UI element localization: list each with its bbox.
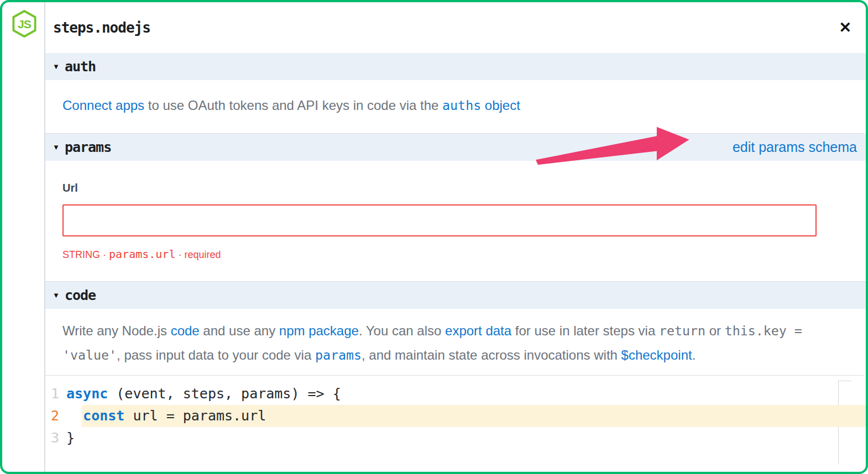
- code-content: async (event, steps, params) => {: [66, 383, 341, 405]
- section-header-auth[interactable]: ▼ auth: [45, 53, 866, 80]
- params-body: Url STRING · params.url · required: [45, 161, 866, 282]
- nodejs-hexagon-icon: JS: [12, 9, 37, 38]
- code-token: }: [66, 430, 75, 446]
- text-segment: Write any Node.js: [62, 323, 171, 338]
- sidebar: JS: [2, 2, 45, 472]
- text-segment: ·: [100, 249, 109, 260]
- inline-link[interactable]: Connect apps: [62, 98, 144, 113]
- inline-link[interactable]: params: [315, 347, 362, 362]
- inline-link[interactable]: auths: [442, 98, 481, 113]
- line-number: 1: [45, 383, 66, 405]
- keyword-token: async: [66, 386, 108, 402]
- code-content: }: [66, 427, 75, 449]
- step-title: steps.nodejs: [53, 19, 150, 36]
- code-editor[interactable]: 1async (event, steps, params) => {2 cons…: [45, 376, 866, 472]
- step-editor-panel: JS steps.nodejs ✕ ▼ auth Connect apps to…: [0, 0, 868, 474]
- text-segment: and use any: [200, 323, 279, 338]
- text-segment: , pass input data to your code via: [117, 347, 315, 362]
- text-segment: for use in later steps via: [511, 323, 659, 338]
- main-panel: steps.nodejs ✕ ▼ auth Connect apps to us…: [45, 2, 866, 472]
- line-number: 3: [45, 427, 66, 449]
- code-line[interactable]: 3}: [45, 427, 866, 449]
- text-segment: STRING: [62, 249, 100, 260]
- keyword-token: const: [83, 408, 124, 424]
- inline-link[interactable]: $checkpoint: [621, 347, 692, 362]
- collapse-triangle-icon[interactable]: ▼: [53, 63, 60, 70]
- nodejs-logo: JS: [12, 9, 37, 38]
- collapse-triangle-icon[interactable]: ▼: [53, 292, 60, 299]
- url-input[interactable]: [62, 204, 817, 236]
- inline-link[interactable]: object: [481, 98, 520, 113]
- text-segment: or: [705, 323, 725, 338]
- section-header-params[interactable]: ▼ params edit params schema: [45, 134, 866, 161]
- svg-text:JS: JS: [18, 18, 32, 30]
- code-description: Write any Node.js code and use any npm p…: [45, 309, 864, 376]
- text-segment: return: [659, 323, 705, 338]
- collapse-triangle-icon[interactable]: ▼: [53, 144, 60, 151]
- text-segment: params.url: [109, 247, 175, 261]
- text-segment: .: [692, 347, 696, 362]
- code-line[interactable]: 1async (event, steps, params) => {: [45, 383, 866, 405]
- line-number: 2: [45, 405, 66, 427]
- url-field-meta: STRING · params.url · required: [62, 247, 817, 261]
- inline-link[interactable]: npm package: [279, 323, 359, 338]
- section-header-code[interactable]: ▼ code: [45, 282, 866, 309]
- text-segment: required: [184, 249, 221, 260]
- text-segment: ·: [175, 249, 184, 260]
- code-token: (event, steps, params) => {: [108, 386, 341, 402]
- code-content: const url = params.url: [66, 405, 266, 427]
- code-line[interactable]: 2 const url = params.url: [45, 405, 866, 427]
- inline-link[interactable]: code: [171, 323, 200, 338]
- auth-description: Connect apps to use OAuth tokens and API…: [45, 80, 864, 134]
- edit-params-schema-link[interactable]: edit params schema: [733, 139, 857, 155]
- text-segment: , and maintain state across invocations …: [362, 347, 621, 362]
- section-label-params: params: [65, 139, 111, 155]
- section-label-auth: auth: [65, 59, 96, 75]
- code-token: url = params.url: [124, 408, 266, 424]
- url-field-label: Url: [62, 182, 817, 194]
- inline-link[interactable]: export data: [445, 323, 511, 338]
- code-token: [66, 408, 83, 424]
- text-segment: . You can also: [359, 323, 445, 338]
- close-icon[interactable]: ✕: [839, 20, 851, 35]
- titlebar: steps.nodejs ✕: [45, 2, 866, 53]
- text-segment: to use OAuth tokens and API keys in code…: [144, 98, 442, 113]
- section-label-code: code: [65, 287, 96, 303]
